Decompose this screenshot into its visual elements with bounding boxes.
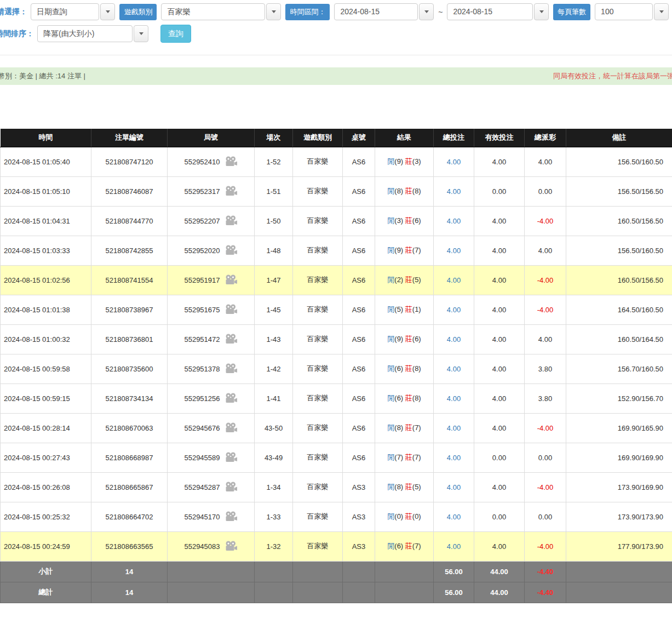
- video-replay-icon[interactable]: [225, 245, 238, 256]
- game-type-label: 遊戲類別: [119, 4, 157, 20]
- game-type-dropdown[interactable]: 百家樂: [161, 3, 281, 20]
- total-bet-link[interactable]: 4.00: [447, 276, 461, 284]
- date-from-dropdown[interactable]: 2024-08-15: [334, 3, 434, 20]
- page-size-value: 100: [595, 3, 653, 20]
- cell-result: 閒(9) 莊(3): [375, 147, 434, 176]
- video-replay-icon[interactable]: [225, 452, 238, 463]
- cell-valid-bet: 4.00: [474, 206, 525, 236]
- player-result-label: 閒: [387, 157, 394, 165]
- cell-payout: 0.00: [525, 176, 566, 206]
- video-replay-icon[interactable]: [225, 422, 238, 433]
- cell-result: 閒(3) 莊(6): [375, 206, 434, 236]
- banker-result-label: 莊: [405, 246, 412, 254]
- cell-table-no: AS6: [343, 236, 375, 265]
- chevron-down-icon[interactable]: [266, 3, 281, 20]
- chevron-down-icon[interactable]: [534, 3, 549, 20]
- cell-total-bet: 4.00: [434, 384, 474, 413]
- chevron-down-icon[interactable]: [419, 3, 434, 20]
- cell-note: 156.50/156.50: [566, 176, 672, 206]
- total-bet-link[interactable]: 4.00: [447, 394, 461, 403]
- cell-game-type: 百家樂: [293, 324, 343, 354]
- table-row: 2024-08-15 01:03:33521808742855552952020…: [1, 236, 672, 265]
- banker-result-label: 莊: [405, 542, 412, 550]
- total-bet-link[interactable]: 4.00: [447, 217, 461, 225]
- total-bet-link[interactable]: 4.00: [447, 483, 461, 491]
- cell-time: 2024-08-15 01:03:33: [1, 236, 91, 265]
- total-bet-link[interactable]: 4.00: [447, 542, 461, 551]
- table-row: 2024-08-15 00:27:43521808668987552945589…: [1, 443, 672, 472]
- round-no: 552945589: [184, 454, 220, 462]
- cell-payout: 0.00: [525, 443, 566, 472]
- table-row: 2024-08-15 00:59:15521808734134552951256…: [1, 384, 672, 413]
- video-replay-icon[interactable]: [225, 304, 238, 315]
- cell-session: 1-52: [255, 147, 293, 176]
- cell-note: 156.50/160.50: [566, 236, 672, 265]
- cell-result: 閒(6) 莊(8): [375, 384, 434, 413]
- summary-count: 14: [91, 561, 168, 582]
- player-score: (6): [394, 542, 403, 550]
- video-replay-icon[interactable]: [225, 156, 238, 167]
- cell-valid-bet: 4.00: [474, 354, 525, 384]
- column-header: 總派彩: [525, 129, 566, 147]
- banker-score: (5): [412, 276, 421, 284]
- date-from-value: 2024-08-15: [334, 3, 418, 20]
- total-bet-link[interactable]: 4.00: [447, 187, 461, 196]
- video-replay-icon[interactable]: [225, 511, 238, 522]
- cell-valid-bet: 4.00: [474, 384, 525, 413]
- video-replay-icon[interactable]: [225, 334, 238, 345]
- cell-valid-bet: 4.00: [474, 265, 525, 295]
- video-replay-icon[interactable]: [225, 482, 238, 493]
- chevron-down-icon[interactable]: [134, 25, 148, 42]
- video-replay-icon[interactable]: [225, 541, 238, 552]
- cell-round-no: 552952020: [168, 236, 255, 265]
- summary-empty-cell: [375, 582, 434, 603]
- cell-result: 閒(2) 莊(5): [375, 265, 434, 295]
- banker-result-label: 莊: [405, 335, 412, 343]
- total-bet-link[interactable]: 4.00: [447, 306, 461, 314]
- video-replay-icon[interactable]: [225, 274, 238, 285]
- total-bet-link[interactable]: 4.00: [447, 365, 461, 373]
- player-result-label: 閒: [387, 246, 394, 254]
- sort-dropdown[interactable]: 降冪(由大到小): [37, 25, 148, 42]
- total-bet-link[interactable]: 4.00: [447, 247, 461, 255]
- cell-bet-no: 521808747120: [91, 147, 168, 176]
- cell-bet-no: 521808741554: [91, 265, 168, 295]
- query-type-dropdown[interactable]: 日期查詢: [31, 3, 115, 20]
- total-bet-link[interactable]: 4.00: [447, 513, 461, 521]
- cell-table-no: AS6: [343, 413, 375, 443]
- date-to-dropdown[interactable]: 2024-08-15: [447, 3, 549, 20]
- player-result-label: 閒: [387, 512, 394, 520]
- cell-table-no: AS6: [343, 324, 375, 354]
- cell-game-type: 百家樂: [293, 265, 343, 295]
- round-no: 552951917: [184, 276, 220, 284]
- cell-bet-no: 521808742855: [91, 236, 168, 265]
- video-replay-icon[interactable]: [225, 363, 238, 374]
- cell-time: 2024-08-15 00:24:59: [1, 531, 91, 561]
- cell-round-no: 552951675: [168, 295, 255, 324]
- cell-result: 閒(8) 莊(8): [375, 176, 434, 206]
- cell-total-bet: 4.00: [434, 265, 474, 295]
- video-replay-icon[interactable]: [225, 393, 238, 404]
- cell-session: 43-50: [255, 413, 293, 443]
- page-size-dropdown[interactable]: 100: [595, 3, 669, 20]
- video-replay-icon[interactable]: [225, 186, 238, 197]
- caret-glyph: [424, 10, 429, 13]
- total-bet-link[interactable]: 4.00: [447, 454, 461, 462]
- summary-total-bet: 56.00: [434, 561, 474, 582]
- total-bet-link[interactable]: 4.00: [447, 424, 461, 432]
- cell-session: 1-33: [255, 502, 293, 531]
- chevron-down-icon[interactable]: [100, 3, 115, 20]
- round-no: 552951472: [184, 335, 220, 344]
- total-bet-link[interactable]: 4.00: [447, 335, 461, 344]
- cell-total-bet: 4.00: [434, 443, 474, 472]
- player-result-label: 閒: [387, 364, 394, 373]
- total-bet-link[interactable]: 4.00: [447, 158, 461, 166]
- table-body: 2024-08-15 01:05:40521808747120552952410…: [1, 147, 672, 561]
- cell-session: 1-48: [255, 236, 293, 265]
- player-result-label: 閒: [387, 187, 394, 195]
- chevron-down-icon[interactable]: [654, 3, 669, 20]
- video-replay-icon[interactable]: [225, 215, 238, 226]
- search-button[interactable]: 查詢: [160, 25, 191, 43]
- banker-score: (8): [412, 394, 421, 402]
- summary-empty-cell: [293, 582, 343, 603]
